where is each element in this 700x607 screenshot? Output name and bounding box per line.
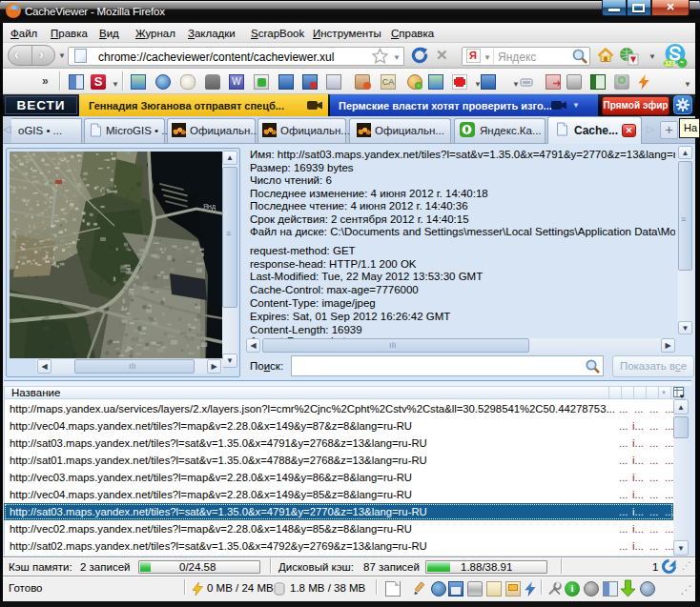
svg-text:123: 123 xyxy=(665,60,675,67)
svg-text:Янд: Янд xyxy=(203,203,216,211)
